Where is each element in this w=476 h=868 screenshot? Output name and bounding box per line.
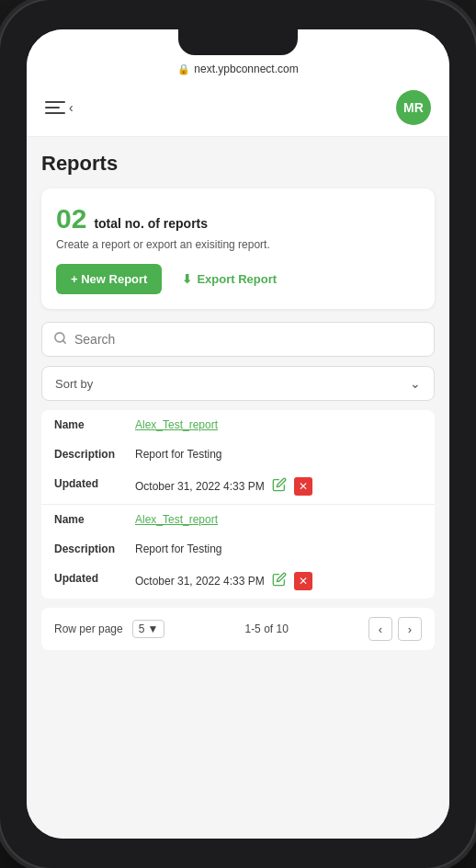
sort-by-container[interactable]: Sort by ⌄ [41,366,435,401]
main-content: Reports 02 total no. of reports Create a… [27,137,449,839]
pagination-next-button[interactable]: › [398,617,422,641]
updated-date-text: October 31, 2022 4:33 PM [135,575,265,588]
search-input[interactable] [74,332,423,347]
updated-label: Updated [54,477,128,490]
report-desc-row: Description Report for Testing [54,440,422,469]
edit-icon[interactable] [272,477,287,496]
search-container[interactable] [41,322,435,357]
report-desc-row: Description Report for Testing [54,534,422,564]
report-name-value[interactable]: Alex_Test_report [135,418,422,431]
export-report-button[interactable]: ⬇ Export Report [171,264,288,294]
report-name-row: Name Alex_Test_report [54,505,422,534]
report-updated-row: Updated October 31, 2022 4:33 PM ✕ [54,564,422,599]
sort-by-label: Sort by [55,377,93,391]
report-desc-value: Report for Testing [135,448,422,461]
avatar[interactable]: MR [396,90,431,125]
report-item: Name Alex_Test_report Description Report… [41,505,435,599]
report-count-row: 02 total no. of reports [56,203,420,234]
report-updated-value: October 31, 2022 4:33 PM ✕ [135,477,422,496]
report-summary-card: 02 total no. of reports Create a report … [41,188,435,309]
report-name-row: Name Alex_Test_report [54,410,422,440]
pagination-range: 1-5 of 10 [174,622,359,635]
collapse-arrow-icon: ‹ [69,100,74,115]
updated-date-text: October 31, 2022 4:33 PM [135,480,265,493]
row-per-page-label: Row per page [54,622,123,635]
delete-icon[interactable]: ✕ [294,572,312,590]
phone-frame: 🔒 next.ypbconnect.com ‹ MR Reports 02 [0,0,476,868]
lock-icon: 🔒 [177,63,190,75]
desc-label: Description [54,542,128,555]
rows-per-page-value: 5 [139,622,145,635]
name-label: Name [54,418,128,431]
action-buttons: + New Report ⬇ Export Report [56,264,420,294]
page-title: Reports [41,152,435,176]
desc-label: Description [54,448,128,461]
phone-screen: 🔒 next.ypbconnect.com ‹ MR Reports 02 [27,29,449,839]
edit-icon[interactable] [272,572,287,590]
search-icon [53,331,67,348]
svg-line-1 [62,340,65,343]
report-description: Create a report or export an exisiting r… [56,238,420,251]
export-icon: ⬇ [182,272,192,286]
notch [178,29,298,55]
pagination-prev-button[interactable]: ‹ [368,617,392,641]
report-list: Name Alex_Test_report Description Report… [41,410,435,599]
rows-per-page-chevron: ▼ [147,622,158,635]
chevron-down-icon: ⌄ [410,376,421,391]
report-count: 02 [56,203,86,234]
report-updated-row: Updated October 31, 2022 4:33 PM ✕ [54,469,422,504]
report-item: Name Alex_Test_report Description Report… [41,410,435,505]
updated-label: Updated [54,572,128,585]
delete-icon[interactable]: ✕ [294,477,312,496]
report-desc-value: Report for Testing [135,542,422,555]
export-report-label: Export Report [197,272,277,286]
report-count-label: total no. of reports [94,216,208,231]
name-label: Name [54,513,128,526]
rows-per-page-select[interactable]: 5 ▼ [132,620,165,638]
pagination-navigation: ‹ › [368,617,422,641]
report-updated-value: October 31, 2022 4:33 PM ✕ [135,572,422,590]
new-report-button[interactable]: + New Report [56,264,162,294]
hamburger-icon [45,101,65,114]
pagination-bar: Row per page 5 ▼ 1-5 of 10 ‹ › [41,608,435,650]
top-nav: ‹ MR [27,83,449,137]
report-name-value[interactable]: Alex_Test_report [135,513,422,526]
browser-url: next.ypbconnect.com [194,63,298,75]
menu-button[interactable]: ‹ [45,100,74,115]
